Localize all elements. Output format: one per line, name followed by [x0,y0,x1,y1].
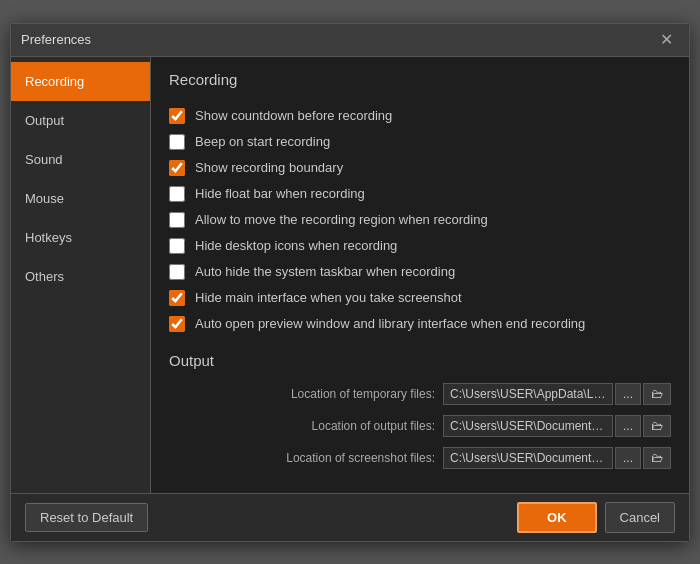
checkbox-row-chk6: Hide desktop icons when recording [169,238,671,254]
dialog-title: Preferences [21,32,91,47]
checkbox-chk7[interactable] [169,264,185,280]
checkbox-chk2[interactable] [169,134,185,150]
checkbox-label-chk5: Allow to move the recording region when … [195,212,488,227]
file-row-screenshot: Location of screenshot files:C:\Users\US… [169,447,671,469]
main-content: Recording Show countdown before recordin… [151,57,689,493]
checkbox-row-chk4: Hide float bar when recording [169,186,671,202]
sidebar-item-hotkeys[interactable]: Hotkeys [11,218,150,257]
checkbox-chk3[interactable] [169,160,185,176]
recording-section-title: Recording [169,71,671,94]
checkbox-label-chk8: Hide main interface when you take screen… [195,290,462,305]
file-path-output: C:\Users\USER\Documents\Aiseeс [443,415,613,437]
file-folder-button-output[interactable]: 🗁 [643,415,671,437]
dialog-footer: Reset to Default OK Cancel [11,493,689,541]
file-dots-button-temp[interactable]: ... [615,383,641,405]
checkbox-chk9[interactable] [169,316,185,332]
checkbox-chk4[interactable] [169,186,185,202]
title-bar: Preferences ✕ [11,24,689,57]
ok-button[interactable]: OK [517,502,597,533]
file-folder-button-temp[interactable]: 🗁 [643,383,671,405]
checkbox-row-chk7: Auto hide the system taskbar when record… [169,264,671,280]
checkbox-chk8[interactable] [169,290,185,306]
output-section-title: Output [169,352,671,369]
dialog-body: RecordingOutputSoundMouseHotkeysOthers R… [11,57,689,493]
checkbox-label-chk7: Auto hide the system taskbar when record… [195,264,455,279]
checkbox-label-chk2: Beep on start recording [195,134,330,149]
file-rows: Location of temporary files:C:\Users\USE… [169,383,671,469]
file-row-temp: Location of temporary files:C:\Users\USE… [169,383,671,405]
checkbox-label-chk9: Auto open preview window and library int… [195,316,585,331]
preferences-dialog: Preferences ✕ RecordingOutputSoundMouseH… [10,23,690,542]
sidebar-item-mouse[interactable]: Mouse [11,179,150,218]
sidebar-item-output[interactable]: Output [11,101,150,140]
checkbox-label-chk4: Hide float bar when recording [195,186,365,201]
sidebar-item-recording[interactable]: Recording [11,62,150,101]
file-label-screenshot: Location of screenshot files: [255,451,435,465]
checkbox-row-chk5: Allow to move the recording region when … [169,212,671,228]
sidebar-item-sound[interactable]: Sound [11,140,150,179]
checkbox-label-chk6: Hide desktop icons when recording [195,238,397,253]
checkbox-chk5[interactable] [169,212,185,228]
checkbox-row-chk8: Hide main interface when you take screen… [169,290,671,306]
recording-checkboxes: Show countdown before recordingBeep on s… [169,108,671,332]
sidebar-item-others[interactable]: Others [11,257,150,296]
file-dots-button-output[interactable]: ... [615,415,641,437]
file-folder-button-screenshot[interactable]: 🗁 [643,447,671,469]
checkbox-row-chk1: Show countdown before recording [169,108,671,124]
cancel-button[interactable]: Cancel [605,502,675,533]
file-row-output: Location of output files:C:\Users\USER\D… [169,415,671,437]
close-button[interactable]: ✕ [654,30,679,50]
checkbox-row-chk9: Auto open preview window and library int… [169,316,671,332]
file-path-temp: C:\Users\USER\AppData\Local\Ten [443,383,613,405]
file-dots-button-screenshot[interactable]: ... [615,447,641,469]
file-label-output: Location of output files: [255,419,435,433]
file-path-screenshot: C:\Users\USER\Documents\Aiseeс [443,447,613,469]
footer-right: OK Cancel [517,502,675,533]
sidebar: RecordingOutputSoundMouseHotkeysOthers [11,57,151,493]
checkbox-chk6[interactable] [169,238,185,254]
output-section: Output Location of temporary files:C:\Us… [169,352,671,469]
checkbox-row-chk3: Show recording boundary [169,160,671,176]
checkbox-chk1[interactable] [169,108,185,124]
checkbox-label-chk3: Show recording boundary [195,160,343,175]
checkbox-row-chk2: Beep on start recording [169,134,671,150]
reset-button[interactable]: Reset to Default [25,503,148,532]
file-label-temp: Location of temporary files: [255,387,435,401]
checkbox-label-chk1: Show countdown before recording [195,108,392,123]
